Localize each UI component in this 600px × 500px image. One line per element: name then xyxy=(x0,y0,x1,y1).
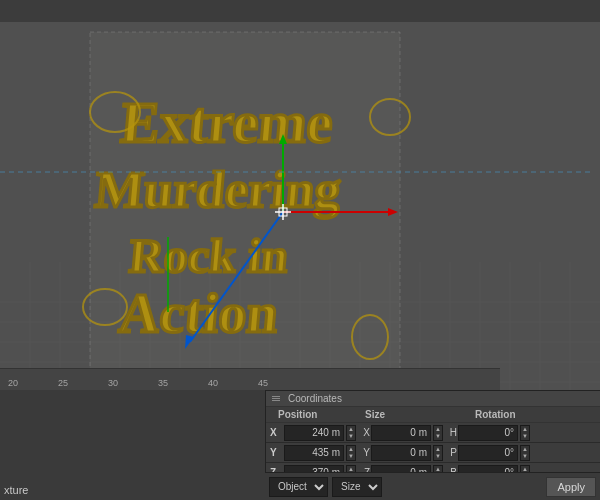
y-position-field-group[interactable]: ▲ ▼ xyxy=(284,445,356,461)
y-size-input[interactable] xyxy=(371,445,431,461)
spinner-up-icon[interactable]: ▲ xyxy=(521,426,529,433)
svg-text:Extreme: Extreme xyxy=(118,90,335,155)
h-rot-field-group[interactable]: ▲ ▼ xyxy=(458,425,530,441)
row-x: X ▲ ▼ X ▲ ▼ H ▲ ▼ xyxy=(266,423,600,443)
p-rot-axis-label: P xyxy=(443,447,457,458)
svg-text:Action: Action xyxy=(117,282,281,344)
apply-button[interactable]: Apply xyxy=(546,477,596,497)
spinner-down-icon[interactable]: ▼ xyxy=(434,433,442,440)
h-rot-spinner[interactable]: ▲ ▼ xyxy=(520,425,530,441)
grip-icon xyxy=(272,396,280,401)
x-position-spinner[interactable]: ▲ ▼ xyxy=(346,425,356,441)
ruler-mark-45: 45 xyxy=(258,378,268,388)
x-position-input[interactable] xyxy=(284,425,344,441)
p-rot-input[interactable] xyxy=(458,445,518,461)
position-dropdown[interactable]: Object xyxy=(269,477,328,497)
spinner-up-icon[interactable]: ▲ xyxy=(434,426,442,433)
p-rot-field-group[interactable]: ▲ ▼ xyxy=(458,445,530,461)
ruler-mark-40: 40 xyxy=(208,378,218,388)
x-size-axis-label: X xyxy=(356,427,370,438)
ruler-mark-25: 25 xyxy=(58,378,68,388)
size-col-header: Size xyxy=(365,409,475,420)
top-bar xyxy=(0,0,600,22)
x-position-field-group[interactable]: ▲ ▼ xyxy=(284,425,356,441)
spinner-up-icon[interactable]: ▲ xyxy=(521,446,529,453)
left-bottom-panel: xture xyxy=(0,390,265,500)
y-size-spinner[interactable]: ▲ ▼ xyxy=(433,445,443,461)
position-col-header: Position xyxy=(270,409,365,420)
x-axis-label: X xyxy=(270,427,282,438)
h-rot-input[interactable] xyxy=(458,425,518,441)
y-axis-label: Y xyxy=(270,447,282,458)
spinner-down-icon[interactable]: ▼ xyxy=(347,453,355,460)
rotation-col-header: Rotation xyxy=(475,409,595,420)
y-size-axis-label: Y xyxy=(356,447,370,458)
y-position-input[interactable] xyxy=(284,445,344,461)
p-rot-spinner[interactable]: ▲ ▼ xyxy=(520,445,530,461)
h-rot-axis-label: H xyxy=(443,427,457,438)
ruler-mark-20: 20 xyxy=(8,378,18,388)
spinner-down-icon[interactable]: ▼ xyxy=(521,453,529,460)
spinner-up-icon[interactable]: ▲ xyxy=(434,446,442,453)
row-y: Y ▲ ▼ Y ▲ ▼ P ▲ ▼ xyxy=(266,443,600,463)
ruler: 20 25 30 35 40 45 xyxy=(0,368,500,390)
svg-text:Murdering: Murdering xyxy=(93,161,343,218)
grid-area: Extreme Murdering Rock in Action xyxy=(0,22,600,390)
coords-panel-title: Coordinates xyxy=(288,393,342,404)
x-size-spinner[interactable]: ▲ ▼ xyxy=(433,425,443,441)
column-headers: Position Size Rotation xyxy=(266,407,600,423)
bottom-action-row: Object Size Apply xyxy=(265,472,600,500)
spinner-up-icon[interactable]: ▲ xyxy=(347,446,355,453)
size-dropdown[interactable]: Size xyxy=(332,477,382,497)
y-size-field-group[interactable]: ▲ ▼ xyxy=(371,445,443,461)
grid-svg: Extreme Murdering Rock in Action xyxy=(0,22,600,390)
y-position-spinner[interactable]: ▲ ▼ xyxy=(346,445,356,461)
spinner-down-icon[interactable]: ▼ xyxy=(521,433,529,440)
x-size-input[interactable] xyxy=(371,425,431,441)
ruler-mark-30: 30 xyxy=(108,378,118,388)
ruler-mark-35: 35 xyxy=(158,378,168,388)
spinner-up-icon[interactable]: ▲ xyxy=(347,426,355,433)
spinner-down-icon[interactable]: ▼ xyxy=(434,453,442,460)
3d-viewport[interactable]: Extreme Murdering Rock in Action xyxy=(0,0,600,390)
coords-panel-header: Coordinates xyxy=(266,391,600,407)
spinner-down-icon[interactable]: ▼ xyxy=(347,433,355,440)
x-size-field-group[interactable]: ▲ ▼ xyxy=(371,425,443,441)
texture-label: xture xyxy=(0,484,28,496)
